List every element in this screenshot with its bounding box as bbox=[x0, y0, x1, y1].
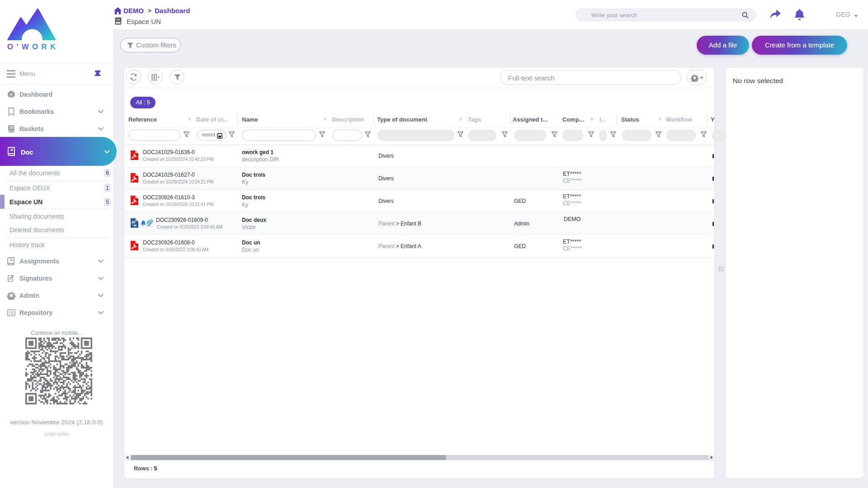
svg-text:O'WORK: O'WORK bbox=[7, 42, 57, 51]
svg-text:w: w bbox=[133, 223, 137, 227]
